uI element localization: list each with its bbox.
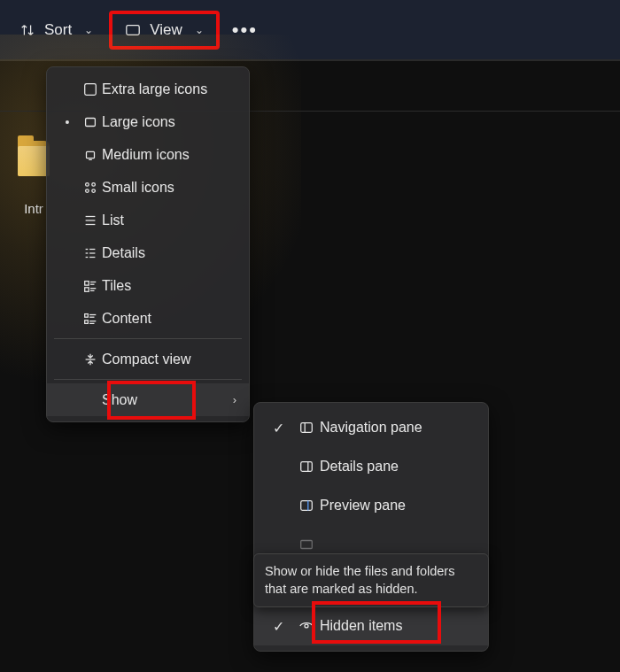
view-icon [125,22,141,38]
svg-rect-1 [85,83,97,95]
compact-view-icon [79,351,102,367]
menu-item-label: Show [102,392,233,408]
small-icons-icon [79,180,102,196]
menu-item-label: Extra large icons [102,81,236,97]
submenu-item-hidden-items[interactable]: ✓ Hidden items [254,606,488,645]
submenu-item-preview-pane[interactable]: Preview pane [254,486,488,525]
chevron-down-icon: ⌄ [195,24,204,36]
svg-rect-35 [301,501,313,511]
extra-large-icons-icon [79,81,102,97]
menu-item-small-icons[interactable]: Small icons [47,171,249,204]
submenu-item-label: Navigation pane [320,420,476,436]
tooltip: Show or hide the files and folders that … [253,553,489,607]
show-submenu[interactable]: ✓ Navigation pane Details pane Preview p… [253,402,489,652]
submenu-item-label: Details pane [320,459,476,475]
svg-rect-3 [87,151,95,158]
list-icon [79,212,102,228]
chevron-down-icon: ⌄ [84,24,93,36]
svg-rect-37 [301,541,313,549]
large-icons-icon [79,114,102,130]
menu-item-label: Tiles [102,278,236,294]
check-icon: ✓ [263,618,293,635]
submenu-item-details-pane[interactable]: Details pane [254,447,488,486]
menu-item-tiles[interactable]: Tiles [47,269,249,302]
svg-point-5 [86,182,89,186]
menu-item-label: Compact view [102,351,236,367]
svg-rect-0 [127,25,139,35]
radio-mark: • [56,115,79,129]
medium-icons-icon [79,147,102,163]
command-bar: Sort ⌄ View ⌄ ••• [0,0,620,60]
generic-icon [293,537,320,552]
menu-item-compact-view[interactable]: Compact view [47,343,249,375]
svg-point-6 [92,182,96,186]
menu-item-large-icons[interactable]: • Large icons [47,105,249,138]
menu-item-label: List [102,212,236,228]
menu-item-show[interactable]: Show › [47,383,249,416]
chevron-right-icon: › [233,393,236,406]
view-menu[interactable]: Extra large icons • Large icons Medium i… [46,66,250,422]
sort-icon [19,22,35,38]
hidden-items-icon [293,618,320,634]
svg-rect-24 [85,313,89,317]
menu-item-details[interactable]: Details [47,236,249,269]
menu-separator [54,379,242,380]
view-button[interactable]: View ⌄ [109,11,220,50]
menu-item-list[interactable]: List [47,204,249,236]
tiles-icon [79,278,102,294]
sort-button[interactable]: Sort ⌄ [7,14,105,46]
menu-separator [54,338,242,339]
svg-rect-21 [85,287,89,291]
submenu-item-navigation-pane[interactable]: ✓ Navigation pane [254,408,488,447]
menu-item-label: Medium icons [102,147,236,163]
menu-item-extra-large-icons[interactable]: Extra large icons [47,73,249,105]
view-label: View [150,21,182,39]
menu-item-label: Large icons [102,114,236,130]
submenu-item-label: Preview pane [320,498,476,514]
details-pane-icon [293,459,320,475]
tooltip-text: Show or hide the files and folders that … [265,564,454,596]
content-icon [79,311,102,327]
more-button[interactable]: ••• [223,15,267,45]
menu-item-label: Content [102,311,236,327]
sort-label: Sort [44,21,72,39]
menu-item-medium-icons[interactable]: Medium icons [47,138,249,171]
menu-item-label: Details [102,245,236,261]
svg-point-7 [86,189,89,192]
svg-rect-18 [85,281,89,285]
svg-rect-31 [301,423,313,433]
content-area: Intr Extra large icons • Large icons Med… [0,60,620,672]
svg-rect-33 [301,462,313,472]
svg-rect-27 [85,320,89,323]
navigation-pane-icon [293,420,320,436]
menu-item-content[interactable]: Content [47,302,249,335]
folder-icon [18,141,50,176]
svg-rect-2 [86,118,96,126]
menu-item-label: Small icons [102,180,236,196]
svg-point-8 [92,189,96,192]
svg-point-38 [305,624,308,628]
preview-pane-icon [293,498,320,514]
check-icon: ✓ [263,420,293,436]
submenu-item-label: Hidden items [320,618,476,634]
details-icon [79,245,102,261]
